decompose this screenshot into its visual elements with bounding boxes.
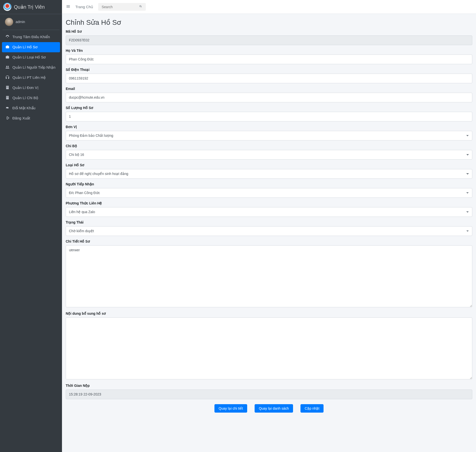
sidebar: Quản Trị Viên admin Trung Tâm Điều Khiển… <box>0 0 62 452</box>
label-thoi-gian-nop: Thời Gian Nộp <box>66 384 472 388</box>
back-detail-button[interactable]: Quay lại chi tiết <box>214 404 247 413</box>
search-wrap <box>98 3 146 11</box>
user-panel[interactable]: admin <box>2 14 60 30</box>
textarea-chi-tiet[interactable] <box>66 245 472 307</box>
briefcase-icon <box>5 45 10 50</box>
select-trang-thai[interactable]: Chờ kiểm duyệt <box>66 226 472 236</box>
input-so-luong[interactable] <box>66 112 472 121</box>
input-email[interactable] <box>66 93 472 102</box>
label-so-dien-thoai: Số Điện Thoại <box>66 68 472 72</box>
select-chi-bo[interactable]: Chi bộ 16 <box>66 150 472 160</box>
briefcase-icon <box>5 55 10 60</box>
sidebar-item-don-vi[interactable]: Quản Lí Đơn Vị <box>2 83 60 93</box>
key-icon <box>5 106 10 111</box>
sidebar-item-nguoi-tiep-nhan[interactable]: Quản Lí Người Tiếp Nhận <box>2 62 60 73</box>
sidebar-item-label: Quản Lí Đơn Vị <box>12 85 38 90</box>
label-don-vi: Đơn Vị <box>66 125 472 129</box>
search-icon <box>139 5 142 9</box>
input-so-dien-thoai[interactable] <box>66 74 472 83</box>
back-list-button[interactable]: Quay lại danh sách <box>255 404 293 413</box>
page-title: Chỉnh Sửa Hồ Sơ <box>66 18 472 27</box>
label-loai-ho-so: Loại Hồ Sơ <box>66 163 472 167</box>
user-name: admin <box>16 20 25 24</box>
brand-title: Quản Trị Viên <box>14 4 45 10</box>
sidebar-nav: Trung Tâm Điều Khiển Quản Lí Hồ Sơ Quản … <box>0 30 62 125</box>
sidebar-item-label: Quản Lí PT Liên Hệ <box>12 75 46 80</box>
sidebar-item-ho-so[interactable]: Quản Lí Hồ Sơ <box>2 42 60 52</box>
building-icon <box>5 95 10 101</box>
select-nguoi-tiep-nhan[interactable]: Đ/c Phan Công Đức <box>66 188 472 198</box>
sidebar-item-label: Quản Lí Loại Hồ Sơ <box>12 55 46 59</box>
search-button[interactable] <box>137 4 144 10</box>
headset-icon <box>5 75 10 80</box>
label-phuong-thuc-lien-he: Phương Thức Liên Hệ <box>66 201 472 205</box>
sidebar-item-pt-lien-he[interactable]: Quản Lí PT Liên Hệ <box>2 73 60 83</box>
label-email: Email <box>66 87 472 91</box>
search-input[interactable] <box>100 3 137 10</box>
select-don-vi[interactable]: Phòng Đảm bảo Chất lượng <box>66 131 472 141</box>
sidebar-item-label: Quản Lí Hồ Sơ <box>12 45 37 49</box>
label-chi-tiet: Chi Tiết Hồ Sơ <box>66 239 472 243</box>
textarea-noi-dung-bo-sung[interactable] <box>66 317 472 379</box>
sidebar-item-loai-ho-so[interactable]: Quản Lí Loại Hồ Sơ <box>2 52 60 62</box>
sidebar-item-chi-bo[interactable]: Quản Lí Chi Bộ <box>2 93 60 103</box>
sidebar-item-label: Đổi Mật Khẩu <box>12 106 35 110</box>
label-ma-ho-so: Mã Hồ Sơ <box>66 29 472 33</box>
sidebar-item-doi-mat-khau[interactable]: Đổi Mật Khẩu <box>2 103 60 113</box>
input-ma-ho-so <box>66 35 472 45</box>
home-link[interactable]: Trang Chủ <box>75 5 93 9</box>
label-trang-thai: Trạng Thái <box>66 220 472 224</box>
label-chi-bo: Chi Bộ <box>66 144 472 148</box>
label-noi-dung-bo-sung: Nội dung bổ sung hồ sơ <box>66 311 472 315</box>
sidebar-item-dang-xuat[interactable]: Đăng Xuất <box>2 113 60 123</box>
sidebar-item-label: Quản Lí Người Tiếp Nhận <box>12 65 56 70</box>
sidebar-item-dashboard[interactable]: Trung Tâm Điều Khiển <box>2 32 60 42</box>
main-content: Chỉnh Sửa Hồ Sơ Mã Hồ Sơ Họ Và Tên Số Đi… <box>62 0 476 420</box>
signout-icon <box>5 116 10 121</box>
sidebar-item-label: Đăng Xuất <box>12 116 30 120</box>
building-icon <box>5 85 10 90</box>
brand[interactable]: Quản Trị Viên <box>0 0 62 14</box>
users-icon <box>5 65 10 70</box>
sidebar-item-label: Trung Tâm Điều Khiển <box>12 35 50 39</box>
brand-logo-icon <box>3 3 11 11</box>
input-ho-va-ten[interactable] <box>66 55 472 64</box>
select-phuong-thuc-lien-he[interactable]: Liên hệ qua Zalo <box>66 207 472 217</box>
update-button[interactable]: Cập nhật <box>300 404 324 413</box>
sidebar-item-label: Quản Lí Chi Bộ <box>12 96 38 100</box>
topbar: Trang Chủ <box>62 0 476 14</box>
label-so-luong: Số Lượng Hồ Sơ <box>66 106 472 110</box>
dashboard-icon <box>5 34 10 40</box>
hamburger-icon[interactable] <box>66 4 70 10</box>
select-loai-ho-so[interactable]: Hồ sơ đề nghị chuyển sinh hoạt đảng <box>66 169 472 179</box>
label-ho-va-ten: Họ Và Tên <box>66 49 472 53</box>
input-thoi-gian-nop <box>66 390 472 399</box>
label-nguoi-tiep-nhan: Người Tiếp Nhận <box>66 182 472 186</box>
button-row: Quay lại chi tiết Quay lại danh sách Cập… <box>66 404 472 413</box>
avatar-icon <box>5 18 13 26</box>
